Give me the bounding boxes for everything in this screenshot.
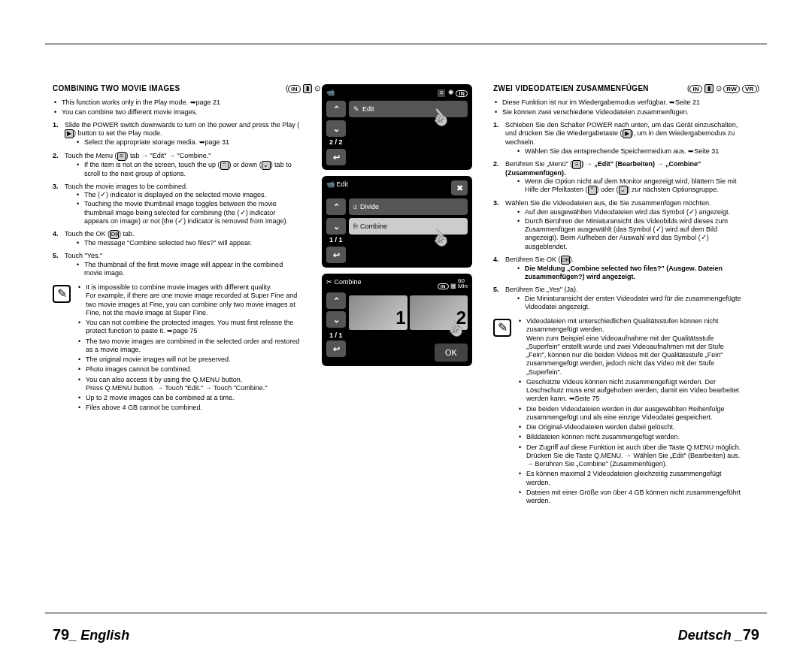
note-en-5: Photo images cannot be combined.	[77, 365, 301, 374]
heading-en: COMBINING TWO MOVIE IMAGES	[53, 84, 301, 94]
step2-sub-de: Wenn die Option nicht auf dem Monitor an…	[517, 177, 741, 195]
intro-en-2: You can combine two different movie imag…	[53, 108, 301, 117]
note-de-8: Dateien mit einer Größe von über 4 GB kö…	[517, 489, 741, 506]
lcd-screen-3: ✂ Combine IN ▦ 60 Min ⌃ ⌄ 1 2 1 / 1	[322, 274, 472, 366]
in-indicator: IN	[456, 90, 468, 97]
note-de-3: Die beiden Videodateien werden in der au…	[517, 405, 741, 422]
footer-right: Deutsch _79	[678, 626, 759, 643]
menu-tab: ≡	[437, 89, 446, 98]
note-de-1: Videodateien mit unterschiedlichen Quali…	[517, 317, 741, 377]
english-column: COMBINING TWO MOVIE IMAGES This function…	[53, 84, 301, 507]
up-button[interactable]: ⌃	[326, 198, 346, 215]
check-icon: ✓	[689, 207, 695, 216]
note-de-6: Der Zugriff auf diese Funktion ist auch …	[517, 443, 741, 469]
up-icon: ⌃	[588, 186, 597, 195]
lcd-screen-1: 📹 ≡ ✺ IN ⌃ ✎ Edit ⌄ 2 / 2 ↩ ☝	[322, 84, 472, 170]
step1-sub: Select the appropriate storage media. ➥p…	[77, 138, 301, 147]
divide-row[interactable]: ⎅ Divide	[349, 198, 468, 215]
step2-sub: If the item is not on the screen, touch …	[77, 161, 301, 178]
up-button[interactable]: ⌃	[326, 101, 346, 117]
lcd2-title: Edit	[337, 180, 349, 188]
page-count: 1 / 1	[329, 236, 468, 244]
step4-sub: The message "Combine selected two files?…	[77, 239, 301, 247]
combine-row[interactable]: ⎘ Combine	[349, 218, 468, 235]
note-en-3: The two movie images are combined in the…	[77, 338, 301, 355]
ok-icon: OK	[110, 230, 119, 239]
step-de-5: Berühren Sie „Yes" (Ja). Die Miniaturans…	[493, 286, 741, 311]
step-en-5: Touch "Yes." The thumbnail of the first …	[53, 252, 301, 277]
step-en-3: Touch the movie images to be combined. T…	[53, 183, 301, 226]
bottom-divider	[45, 613, 767, 613]
top-divider	[45, 44, 767, 44]
note-de-5: Bilddateien können nicht zusammengefügt …	[517, 433, 741, 441]
step1-sub-de: Wählen Sie das entsprechende Speichermed…	[517, 147, 741, 156]
note-en-1: It is impossible to combine movie images…	[77, 283, 301, 317]
menu-icon: ≡	[117, 152, 126, 161]
step-de-4: Berühren Sie OK (OK). Die Meldung „Combi…	[493, 256, 741, 282]
step5-sub: The thumbnail of the first movie image w…	[77, 261, 301, 278]
step-de-3: Wählen Sie die Videodateien aus, die Sie…	[493, 199, 741, 251]
down-icon: ⌄	[619, 186, 628, 195]
camera-icon: 📹	[326, 89, 335, 98]
step-en-2: Touch the Menu (≡) tab → "Edit" → "Combi…	[53, 152, 301, 178]
note-en-8: Files above 4 GB cannot be combined.	[77, 404, 301, 412]
page-count: 2 / 2	[329, 138, 468, 146]
heading-de: ZWEI VIDEODATEIEN ZUSAMMENFÜGEN	[493, 84, 741, 94]
menu-icon: ≡	[572, 160, 581, 169]
pencil-icon: ✎	[353, 105, 359, 113]
footer-left: 79_ English	[53, 626, 129, 643]
step5-sub-de: Die Miniaturansicht der ersten Videodate…	[517, 295, 741, 312]
step4-sub-de: Die Meldung „Combine selected two files?…	[517, 265, 741, 282]
divide-icon: ⎅	[353, 203, 357, 210]
hd-icon: ▦	[450, 283, 456, 289]
step-en-4: Touch the OK (OK) tab. The message "Comb…	[53, 230, 301, 247]
rem-min: 60 Min	[458, 278, 468, 289]
back-button[interactable]: ↩	[326, 149, 346, 165]
note-en-6: You can also access it by using the Q.ME…	[77, 376, 301, 393]
check-icon: ✓	[239, 208, 246, 217]
up-button[interactable]: ⌃	[326, 292, 346, 309]
in-indicator: IN	[438, 283, 449, 289]
film-icon: ✂	[326, 278, 332, 286]
check-icon: ✓	[700, 234, 707, 243]
close-button[interactable]: ✖	[451, 180, 468, 195]
back-button[interactable]: ↩	[326, 341, 346, 357]
step3-sub2-de: Durch Berühren der Miniaturansicht des V…	[517, 217, 741, 251]
check-icon: ✓	[100, 190, 107, 199]
check-icon: ✓	[655, 225, 662, 234]
note-icon: ✎	[53, 285, 71, 303]
note-de-2: Geschützte Videos können nicht zusammeng…	[517, 378, 741, 404]
step-de-1: Schieben Sie den Schalter POWER nach unt…	[493, 121, 741, 156]
check-icon: ✓	[177, 216, 184, 226]
down-button[interactable]: ⌄	[326, 311, 346, 328]
lcd-screen-2: 📹 Edit ✖ ⌃ ⎅ Divide ⌄ ⎘ Combine 1 / 1 ↩ …	[322, 176, 472, 268]
intro-de-1: Diese Funktion ist nur im Wiedergabemodu…	[493, 98, 741, 107]
back-button[interactable]: ↩	[326, 247, 346, 263]
combine-icon: ⎘	[353, 223, 357, 230]
thumbnail-2[interactable]: 2	[410, 295, 468, 330]
step-en-1: Slide the POWER switch downwards to turn…	[53, 121, 301, 147]
intro-en-1: This function works only in the Play mod…	[53, 98, 301, 107]
note-de-7: Es können maximal 2 Videodateien gleichz…	[517, 470, 741, 487]
page-count: 1 / 1	[329, 331, 343, 339]
thumbnail-1[interactable]: 1	[349, 295, 408, 330]
ok-button[interactable]: OK	[435, 344, 468, 362]
note-en-7: Up to 2 movie images can be combined at …	[77, 394, 301, 402]
up-icon: ⌃	[220, 161, 229, 170]
german-column: ZWEI VIDEODATEIEN ZUSAMMENFÜGEN Diese Fu…	[493, 84, 741, 507]
settings-icon: ✺	[448, 89, 454, 96]
note-en-2: You can not combine the protected images…	[77, 319, 301, 336]
camera-icon: 📹	[326, 180, 335, 188]
ok-icon: OK	[561, 256, 570, 265]
edit-row[interactable]: ✎ Edit	[349, 101, 468, 117]
down-button[interactable]: ⌄	[326, 218, 346, 235]
step3-sub2: Touching the movie thumbnail image toggl…	[77, 200, 301, 226]
lcd-column: 📹 ≡ ✺ IN ⌃ ✎ Edit ⌄ 2 / 2 ↩ ☝ 📹 Edit ✖ ⌃…	[322, 84, 472, 507]
step3-sub1-de: Auf den ausgewählten Videodateien wird d…	[517, 208, 741, 216]
note-en-4: The original movie images will not be pr…	[77, 356, 301, 364]
lcd3-title: Combine	[335, 278, 362, 286]
step-de-2: Berühren Sie „Menü" (≡) → „Edit" (Bearbe…	[493, 160, 741, 195]
intro-de-2: Sie können zwei verschiedene Videodateie…	[493, 108, 741, 117]
note-de-4: Die Original-Videodateien werden dabei g…	[517, 423, 741, 431]
down-button[interactable]: ⌄	[326, 120, 346, 137]
